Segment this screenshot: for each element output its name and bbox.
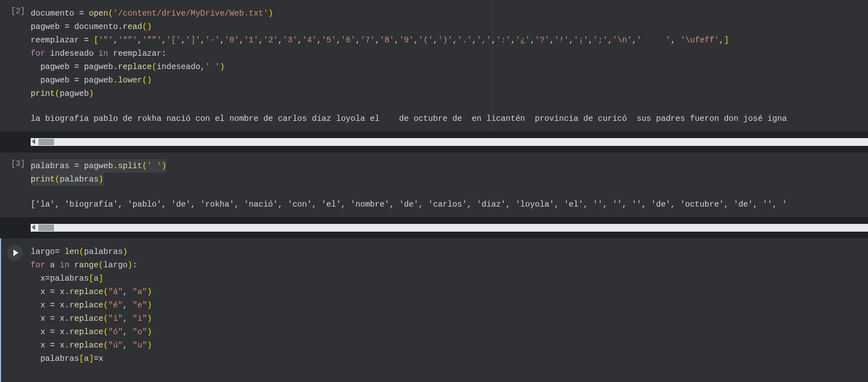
code-cell: [2] documento = open('/content/drive/MyD…: [0, 0, 868, 131]
play-icon: [13, 249, 18, 256]
horizontal-scrollbar[interactable]: [31, 138, 868, 146]
scroll-left-icon[interactable]: [32, 139, 35, 144]
horizontal-scrollbar[interactable]: [31, 224, 868, 232]
run-cell-button[interactable]: [7, 245, 23, 261]
code-editor[interactable]: largo= len(palabras) for a in range(larg…: [31, 245, 862, 365]
code-editor[interactable]: palabras = pagweb.split(' ') print(palab…: [31, 159, 862, 186]
scroll-left-icon[interactable]: [32, 224, 35, 230]
cell-output: la biografía pablo de rokha nació con el…: [31, 112, 862, 125]
code-cell: [3] palabras = pagweb.split(' ') print(p…: [0, 153, 868, 217]
scroll-thumb[interactable]: [38, 139, 54, 145]
cell-exec-label[interactable]: [3]: [0, 153, 31, 217]
cell-exec-label[interactable]: [2]: [0, 0, 31, 131]
code-cell-active: largo= len(palabras) for a in range(larg…: [0, 238, 868, 382]
cell-output: ['la', 'biografía', 'pablo', 'de', 'rokh…: [31, 198, 862, 210]
code-editor[interactable]: documento = open('/content/drive/MyDrive…: [31, 7, 862, 100]
scroll-thumb[interactable]: [38, 224, 54, 231]
